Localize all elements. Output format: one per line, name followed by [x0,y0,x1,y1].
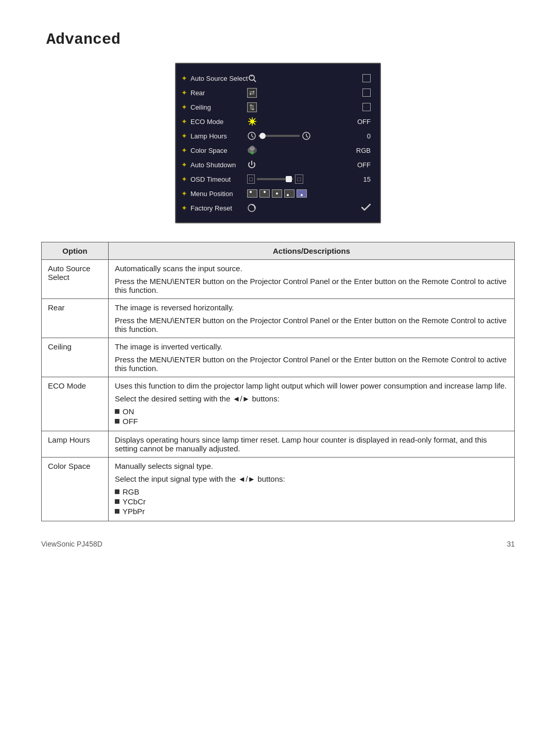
desc-rear: The image is reversed horizontally. Pres… [109,299,515,338]
menu-label-osd: OSD Timeout [190,175,247,183]
table-row-ceiling: Ceiling The image is inverted vertically… [42,338,515,377]
checkbox-auto-source [362,74,371,82]
lamp-slider [258,135,300,137]
menu-label-ceiling: Ceiling [190,103,247,111]
pos-icon-4 [284,189,294,198]
bullet-icon [115,489,119,494]
table-row-eco: ECO Mode Uses this function to dim the p… [42,377,515,431]
star-icon: ✦ [181,89,187,97]
menu-label-eco: ECO Mode [190,118,247,126]
color-icon [247,146,257,155]
menu-icon-area-factory [247,203,352,213]
menu-icon-area-lamp [247,131,352,140]
star-icon: ✦ [181,189,187,198]
lamp-value: 0 [352,132,371,140]
osd-value: 15 [352,175,371,183]
reset-icon [247,203,256,213]
option-lamp: Lamp Hours [42,431,109,458]
menu-label-factory: Factory Reset [190,204,247,212]
pos-icon-5 [297,189,307,198]
bullet-icon [115,509,119,514]
menu-label-autoshutdown: Auto Shutdown [190,161,247,169]
checkmark-icon [361,204,371,211]
menu-row-lamp: ✦ Lamp Hours 0 [176,129,380,143]
menu-row-menupos: ✦ Menu Position [176,186,380,201]
footer: ViewSonic PJ458D 31 [41,540,515,548]
eco-bullet-off: OFF [115,417,508,426]
bullet-icon [115,499,119,504]
color-bullet-ypbpr: YPbPr [115,507,508,516]
menu-row-ceiling: ✦ Ceiling ⇅ [176,100,380,114]
position-icons [247,189,307,198]
menu-icon-area-ceiling: ⇅ [247,102,362,112]
table-row-rear: Rear The image is reversed horizontally.… [42,299,515,338]
bullet-icon [115,419,119,424]
pos-icon-3 [272,189,282,198]
star-icon: ✦ [181,103,187,111]
option-colorspace: Color Space [42,458,109,521]
svg-point-16 [250,146,255,151]
menu-row-autoshutdown: ✦ Auto Shutdown OFF [176,157,380,172]
star-icon: ✦ [181,132,187,140]
menu-row-rear: ✦ Rear ⇄ [176,85,380,100]
option-auto-source: Auto SourceSelect [42,260,109,299]
star-icon: ✦ [181,146,187,154]
menu-label-menupos: Menu Position [190,190,247,198]
col-desc-header: Actions/Descriptions [109,242,515,260]
table-row-auto-source: Auto SourceSelect Automatically scans th… [42,260,515,299]
factory-value [352,204,371,213]
star-icon: ✦ [181,161,187,169]
eco-icon [247,116,257,127]
desc-auto-source: Automatically scans the input source. Pr… [109,260,515,299]
menu-row-eco: ✦ ECO Mode OFF [176,114,380,129]
eco-value: OFF [352,118,371,126]
menu-row-auto-source: ✦ Auto Source Select [176,71,380,85]
eco-bullet-on: ON [115,407,508,416]
star-icon: ✦ [181,117,187,126]
table-row-lamp: Lamp Hours Displays operating hours sinc… [42,431,515,458]
menu-label-colorspace: Color Space [190,147,247,154]
svg-line-10 [252,136,253,137]
checkbox-ceiling [362,103,371,111]
option-ceiling: Ceiling [42,338,109,377]
menu-label-lamp: Lamp Hours [190,132,247,140]
ceiling-icon: ⇅ [247,102,257,112]
checkbox-rear [362,89,371,97]
menu-row-osd: ✦ OSD Timeout □ □ 15 [176,172,380,186]
page-title: Advanced [46,31,515,48]
star-icon: ✦ [181,204,187,212]
clock-icon [247,131,256,140]
search-icon [248,74,257,83]
color-bullet-ycbcr: YCbCr [115,497,508,506]
col-option-header: Option [42,242,109,260]
clock-icon-right [302,131,311,140]
menu-row-factory: ✦ Factory Reset [176,201,380,215]
autoshutdown-value: OFF [352,161,371,169]
menu-icon-area-osd: □ □ [247,174,352,184]
desc-ceiling: The image is inverted vertically. Press … [109,338,515,377]
footer-brand: ViewSonic PJ458D [41,540,102,548]
option-eco: ECO Mode [42,377,109,431]
svg-line-13 [306,136,308,137]
star-icon: ✦ [181,74,187,82]
rear-icon: ⇄ [247,88,257,98]
option-rear: Rear [42,299,109,338]
menu-label-rear: Rear [190,89,247,97]
menu-row-colorspace: ✦ Color Space RGB [176,143,380,157]
menu-icon-area-rear: ⇄ [247,88,362,98]
description-table: Option Actions/Descriptions Auto SourceS… [41,242,515,521]
footer-page: 31 [507,540,515,548]
svg-line-1 [254,80,256,82]
menu-screenshot: ✦ Auto Source Select ✦ Rear ⇄ ✦ Ceiling … [175,63,381,223]
power-icon [247,160,256,169]
menu-label-auto-source: Auto Source Select [190,75,248,82]
desc-colorspace: Manually selects signal type. Select the… [109,458,515,521]
menu-icon-area-eco [247,116,352,127]
svg-point-17 [251,151,254,154]
desc-lamp: Displays operating hours since lamp time… [109,431,515,458]
pos-icon-1 [247,189,257,198]
menu-icon-area-pos [247,189,371,198]
menu-icon-area-shutdown [247,160,352,169]
bullet-icon [115,409,119,414]
color-bullet-rgb: RGB [115,487,508,496]
